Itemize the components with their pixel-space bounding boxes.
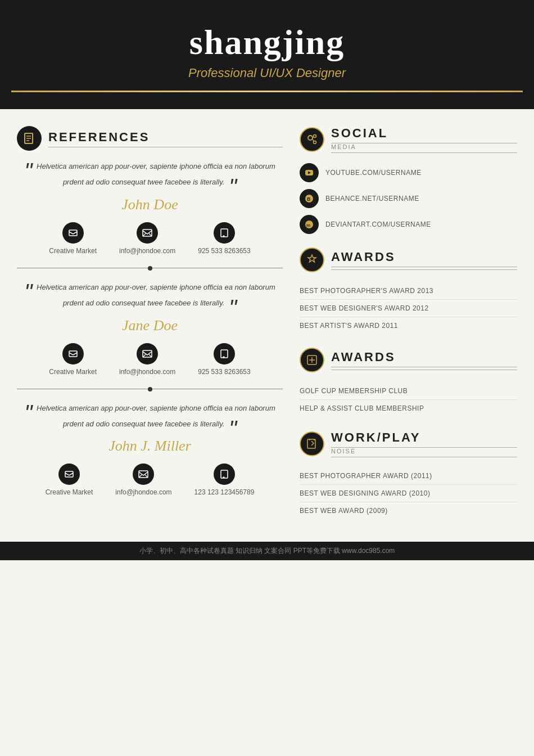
workplay-item-3: BEST WEB AWARD (2009) bbox=[300, 502, 517, 519]
references-title: REFERENCES bbox=[48, 130, 283, 147]
social-item-behance: B BEHANCE.NET/USERNAME bbox=[300, 189, 517, 208]
svg-point-17 bbox=[314, 135, 316, 138]
social-media-section: SOCIAL MEDIA YOUTUBE.COM/USERNAME bbox=[300, 126, 517, 234]
phone-icon-3 bbox=[214, 464, 235, 485]
footer-bar: 小学、初中、高中各种试卷真题 知识归纳 文案合同 PPT等免费下载 www.do… bbox=[0, 542, 534, 560]
reference-quote-2: " Helvetica american app pour-over, sapi… bbox=[17, 282, 283, 309]
right-column: SOCIAL MEDIA YOUTUBE.COM/USERNAME bbox=[300, 126, 517, 530]
email-icon-3 bbox=[133, 464, 154, 485]
workplay-title: WORK/PLAY bbox=[331, 430, 517, 448]
ref-contact-company-1: Creative Market bbox=[49, 222, 97, 255]
ref-contact-email-2: info@jhondoe.com bbox=[119, 343, 175, 376]
behance-url: BEHANCE.NET/USERNAME bbox=[325, 195, 419, 202]
company-label-1: Creative Market bbox=[49, 247, 97, 255]
youtube-icon bbox=[300, 163, 319, 182]
ref-divider-2 bbox=[17, 387, 283, 392]
reference-name-3: John J. Miller bbox=[17, 438, 283, 454]
awards-header-2: AWARDS bbox=[300, 348, 517, 372]
social-item-deviantart: in DEVIANTART.COM/USERNAME bbox=[300, 215, 517, 234]
ref-contact-phone-2: 925 533 8263653 bbox=[198, 343, 250, 376]
reference-item-3: " Helvetica american app pour-over, sapi… bbox=[17, 403, 283, 497]
open-quote-icon-2: " bbox=[24, 280, 32, 304]
email-icon-1 bbox=[137, 222, 158, 244]
svg-text:in: in bbox=[306, 223, 310, 228]
phone-label-2: 925 533 8263653 bbox=[198, 368, 250, 376]
ref-contact-company-2: Creative Market bbox=[49, 343, 97, 376]
awards-header-1: AWARDS bbox=[300, 248, 517, 272]
awards-title-1: AWARDS bbox=[331, 250, 517, 267]
main-content: REFERENCES " Helvetica american app pour… bbox=[0, 109, 534, 542]
phone-label-3: 123 123 123456789 bbox=[194, 488, 255, 496]
ref-contact-phone-3: 123 123 123456789 bbox=[194, 464, 255, 496]
header-divider bbox=[11, 91, 523, 92]
open-quote-icon-3: " bbox=[24, 400, 32, 425]
ref-contact-company-3: Creative Market bbox=[46, 464, 93, 496]
behance-icon: B bbox=[300, 189, 319, 208]
reference-contacts-3: Creative Market info@jhondoe.com bbox=[17, 464, 283, 496]
awards-section-2: AWARDS GOLF CUP MEMBERSHIP CLUB HELP & A… bbox=[300, 348, 517, 417]
footer-text: 小学、初中、高中各种试卷真题 知识归纳 文案合同 PPT等免费下载 www.do… bbox=[139, 547, 395, 555]
reference-name-2: Jane Doe bbox=[17, 317, 283, 334]
workplay-header: WORK/PLAY NOISE bbox=[300, 430, 517, 457]
svg-rect-30 bbox=[307, 439, 315, 448]
close-quote-icon-3: " bbox=[229, 416, 237, 441]
reference-quote-1: " Helvetica american app pour-over, sapi… bbox=[17, 161, 283, 188]
workplay-subtitle: NOISE bbox=[331, 448, 517, 454]
reference-name-1: John Doe bbox=[17, 196, 283, 213]
reference-item-1: " Helvetica american app pour-over, sapi… bbox=[17, 161, 283, 255]
svg-line-19 bbox=[313, 137, 314, 137]
award-item-1-2: BEST WEB DESIGNER'S AWARD 2012 bbox=[300, 300, 517, 317]
social-icon bbox=[300, 127, 324, 152]
phone-icon-2 bbox=[214, 343, 235, 364]
workplay-icon bbox=[300, 431, 324, 456]
email-label-2: info@jhondoe.com bbox=[119, 368, 175, 376]
social-subtitle: MEDIA bbox=[331, 143, 517, 150]
company-icon-3 bbox=[58, 464, 80, 485]
company-icon-1 bbox=[62, 222, 84, 244]
awards-icon-1 bbox=[300, 248, 324, 272]
header: shangjing Professional UI/UX Designer bbox=[0, 0, 534, 109]
phone-icon-1 bbox=[214, 222, 235, 244]
deviantart-icon: in bbox=[300, 215, 319, 234]
award-item-1-3: BEST ARTIST'S AWARD 2011 bbox=[300, 317, 517, 334]
references-icon bbox=[17, 126, 42, 151]
ref-contact-email-3: info@jhondoe.com bbox=[115, 464, 171, 496]
header-name: shangjing bbox=[11, 22, 523, 62]
awards-section-1: AWARDS BEST PHOTOGRAPHER'S AWARD 2013 BE… bbox=[300, 248, 517, 334]
phone-label-1: 925 533 8263653 bbox=[198, 247, 250, 255]
company-icon-2 bbox=[62, 343, 84, 364]
ref-contact-email-1: info@jhondoe.com bbox=[119, 222, 175, 255]
reference-contacts-1: Creative Market info@jhondoe.com bbox=[17, 222, 283, 255]
close-quote-icon: " bbox=[229, 174, 237, 199]
company-label-3: Creative Market bbox=[46, 488, 93, 496]
svg-line-20 bbox=[313, 139, 314, 142]
workplay-item-2: BEST WEB DESIGNING AWARD (2010) bbox=[300, 485, 517, 502]
awards-icon-2 bbox=[300, 348, 324, 372]
ref-divider-1 bbox=[17, 266, 283, 271]
social-header: SOCIAL MEDIA bbox=[300, 126, 517, 153]
workplay-item-1: BEST PHOTOGRAPHER AWARD (2011) bbox=[300, 467, 517, 485]
reference-item-2: " Helvetica american app pour-over, sapi… bbox=[17, 282, 283, 376]
reference-quote-3: " Helvetica american app pour-over, sapi… bbox=[17, 403, 283, 430]
social-title: SOCIAL bbox=[331, 126, 517, 143]
award-item-2-1: GOLF CUP MEMBERSHIP CLUB bbox=[300, 382, 517, 400]
award-item-2-2: HELP & ASSIST CLUB MEMBERSHIP bbox=[300, 400, 517, 417]
award-item-1-1: BEST PHOTOGRAPHER'S AWARD 2013 bbox=[300, 282, 517, 300]
open-quote-icon: " bbox=[24, 159, 32, 183]
reference-contacts-2: Creative Market info@jhondoe.com bbox=[17, 343, 283, 376]
workplay-section: WORK/PLAY NOISE BEST PHOTOGRAPHER AWARD … bbox=[300, 430, 517, 519]
deviantart-url: DEVIANTART.COM/USERNAME bbox=[325, 220, 431, 228]
left-column: REFERENCES " Helvetica american app pour… bbox=[17, 126, 283, 530]
email-icon-2 bbox=[137, 343, 158, 364]
svg-point-16 bbox=[308, 136, 313, 140]
email-label-3: info@jhondoe.com bbox=[115, 488, 171, 496]
close-quote-icon-2: " bbox=[229, 295, 237, 320]
social-item-youtube: YOUTUBE.COM/USERNAME bbox=[300, 163, 517, 182]
awards-title-2: AWARDS bbox=[331, 350, 517, 367]
youtube-url: YOUTUBE.COM/USERNAME bbox=[325, 169, 422, 177]
references-header: REFERENCES bbox=[17, 126, 283, 151]
header-title: Professional UI/UX Designer bbox=[11, 66, 523, 80]
company-label-2: Creative Market bbox=[49, 368, 97, 376]
ref-contact-phone-1: 925 533 8263653 bbox=[198, 222, 250, 255]
email-label-1: info@jhondoe.com bbox=[119, 247, 175, 255]
